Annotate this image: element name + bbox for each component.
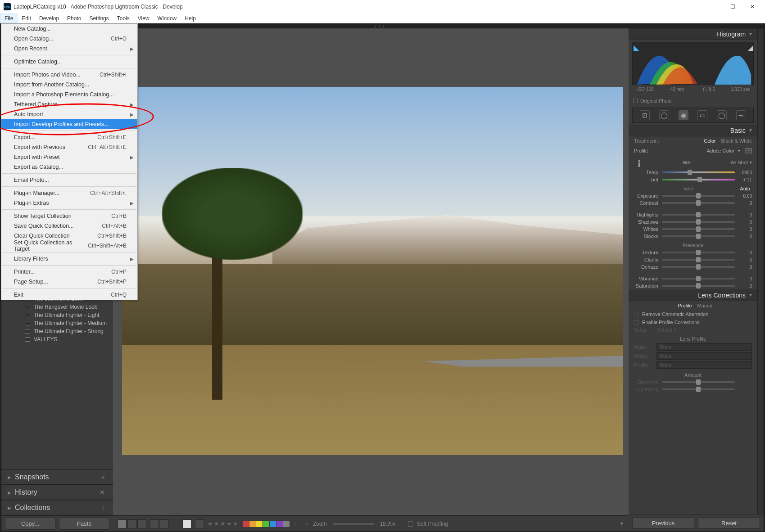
enable-pc-row[interactable]: Enable Profile Corrections [629,318,757,326]
slider-contrast[interactable]: Contrast0 [629,199,757,207]
compare-buttons[interactable] [150,519,169,528]
setup-row[interactable]: SetupDefault▾ [629,326,757,334]
view-mode-buttons[interactable] [118,519,146,528]
slider-dehaze[interactable]: Dehaze0 [629,263,757,271]
menu-file[interactable]: File [0,14,18,23]
menu-item[interactable]: Import a Photoshop Elements Catalog... [1,90,137,99]
vignetting-slider[interactable]: Vignetting [629,386,757,393]
menu-item[interactable]: Show Target CollectionCtrl+B [1,211,137,221]
color-swatch[interactable] [263,521,269,527]
soft-proofing-checkbox[interactable] [408,521,413,527]
slider-blacks[interactable]: Blacks0 [629,233,757,240]
slider-tint[interactable]: Tint+ 11 [629,176,757,183]
shadow-clip-icon[interactable]: ◣ [634,43,638,48]
wb-select[interactable]: As Shot [730,160,748,165]
maximize-button[interactable]: ☐ [724,4,742,10]
profile-browser-icon[interactable] [745,148,752,153]
menu-item[interactable]: Export with Preset▶ [1,152,137,162]
preset-item[interactable]: VALLEYS [1,335,113,343]
preset-item[interactable]: The Hangover Movie Look [1,303,113,311]
lens-header[interactable]: Lens Corrections▼ [629,289,757,301]
preset-item[interactable]: The Ultimate Fighter - Light [1,311,113,319]
model-row[interactable]: ModelNone [629,352,757,361]
snapshots-panel[interactable]: ▶ Snapshots + [1,469,113,485]
menu-item[interactable]: New Catalog... [1,24,137,34]
zoom-slider[interactable] [333,523,374,525]
profile-row[interactable]: Profile :Adobe Color▾ [629,145,757,156]
spot-tool[interactable]: ◯ [659,110,669,120]
menu-item[interactable]: Import Photos and Video...Ctrl+Shift+I [1,70,137,80]
menu-item[interactable]: Export as Catalog... [1,162,137,172]
preset-item[interactable]: The Ultimate Fighter - Strong [1,327,113,335]
slider-clarity[interactable]: Clarity0 [629,256,757,263]
next-photo-icon[interactable]: → [303,520,309,527]
color-option[interactable]: Color [704,138,715,144]
menu-item[interactable]: Optimize Catalog... [1,57,137,67]
make-row[interactable]: MakeNone [629,343,757,352]
slider-exposure[interactable]: Exposure0.00 [629,192,757,199]
menu-item[interactable]: Export with PreviousCtrl+Alt+Shift+E [1,142,137,152]
menu-item[interactable]: Open Recent▶ [1,44,137,54]
add-icon[interactable]: + [100,473,107,481]
menu-view[interactable]: View [134,14,154,23]
reset-button[interactable]: Reset [698,517,760,529]
slider-temp[interactable]: Temp5900 [629,169,757,176]
menu-item[interactable]: Import from Another Catalog... [1,80,137,90]
menu-item[interactable]: Open Catalog...Ctrl+O [1,34,137,44]
slider-texture[interactable]: Texture0 [629,249,757,256]
menu-photo[interactable]: Photo [63,14,85,23]
history-panel[interactable]: ▶ History ✕ [1,485,113,500]
menu-develop[interactable]: Develop [35,14,63,23]
menu-item[interactable]: Email Photo... [1,175,137,185]
menu-settings[interactable]: Settings [85,14,113,23]
menu-item[interactable]: Printer...Ctrl+P [1,267,137,277]
slider-vibrance[interactable]: Vibrance0 [629,275,757,282]
photo-preview[interactable] [122,87,623,455]
slider-saturation[interactable]: Saturation0 [629,282,757,289]
color-swatch[interactable] [243,521,249,527]
auto-button[interactable]: Auto [740,186,750,191]
menu-item[interactable]: ExitCtrl+Q [1,290,137,300]
menu-item[interactable]: Plug-in Manager...Ctrl+Alt+Shift+, [1,188,137,198]
reject-icon[interactable] [195,519,204,528]
prev-photo-icon[interactable]: ← [293,520,299,527]
menu-item[interactable]: Page Setup...Ctrl+Shift+P [1,277,137,287]
copy-button[interactable]: Copy... [5,518,55,530]
preset-item[interactable]: The Ultimate Fighter - Medium [1,319,113,327]
eyedropper-icon[interactable] [632,156,645,169]
color-labels[interactable] [243,521,290,527]
minus-icon[interactable]: − [92,504,100,511]
minimize-button[interactable]: — [704,4,722,10]
profile-select-row[interactable]: ProfileNone [629,361,757,370]
mask-tool[interactable]: ▭ [697,110,707,120]
lens-manual-tab[interactable]: Manual [697,303,714,308]
remove-ca-row[interactable]: Remove Chromatic Aberration [629,310,757,318]
basic-header[interactable]: Basic▼ [629,125,757,136]
slider-shadows[interactable]: Shadows0 [629,218,757,225]
close-button[interactable]: ✕ [743,4,761,10]
menu-edit[interactable]: Edit [18,14,35,23]
crop-tool[interactable]: ⊡ [640,110,650,120]
collections-panel[interactable]: ▶ Collections −+ [1,500,113,515]
menu-item[interactable]: Plug-in Extras▶ [1,198,137,208]
color-swatch[interactable] [249,521,256,527]
slider-highlights[interactable]: Highlights0 [629,211,757,218]
histogram[interactable]: ◣ ◢ [632,42,754,85]
color-swatch[interactable] [270,521,276,527]
color-swatch[interactable] [256,521,263,527]
checkbox-icon[interactable] [633,99,638,103]
distortion-slider[interactable]: Distortion [629,379,757,386]
brush-tool[interactable]: ⊸ [736,110,746,120]
right-scrollbar[interactable] [757,28,764,514]
bw-option[interactable]: Black & White [721,138,752,144]
radial-tool[interactable]: ◯ [717,110,727,120]
color-swatch[interactable] [283,521,290,527]
clear-icon[interactable]: ✕ [98,489,107,496]
highlight-clip-icon[interactable]: ◢ [748,43,752,48]
redeye-tool[interactable]: ◉ [679,110,688,120]
original-photo-row[interactable]: Original Photo [629,96,757,106]
add-icon[interactable]: + [100,504,107,511]
menu-item[interactable]: Set Quick Collection as TargetCtrl+Shift… [1,241,137,251]
lens-profile-tab[interactable]: Profile [678,303,692,308]
menu-item[interactable]: Library Filters▶ [1,254,137,264]
